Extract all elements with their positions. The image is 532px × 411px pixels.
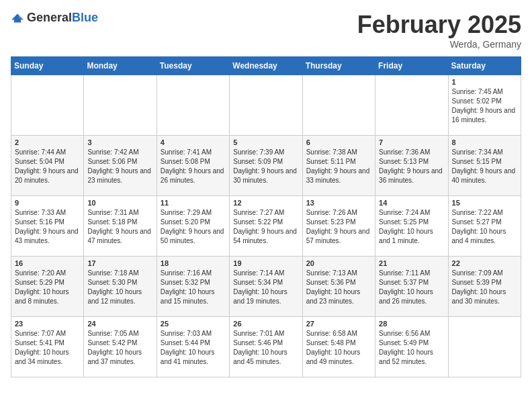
calendar-cell: 5Sunrise: 7:39 AM Sunset: 5:09 PM Daylig…: [230, 136, 302, 196]
column-header-saturday: Saturday: [448, 57, 521, 75]
day-info: Sunrise: 7:24 AM Sunset: 5:25 PM Dayligh…: [379, 208, 444, 246]
calendar-header-row: SundayMondayTuesdayWednesdayThursdayFrid…: [11, 57, 521, 75]
calendar-cell: 22Sunrise: 7:09 AM Sunset: 5:39 PM Dayli…: [448, 257, 521, 317]
calendar-cell: 2Sunrise: 7:44 AM Sunset: 5:04 PM Daylig…: [11, 136, 84, 196]
day-info: Sunrise: 7:03 AM Sunset: 5:44 PM Dayligh…: [161, 329, 226, 367]
calendar-cell: 11Sunrise: 7:29 AM Sunset: 5:20 PM Dayli…: [157, 196, 229, 257]
calendar-cell: 23Sunrise: 7:07 AM Sunset: 5:41 PM Dayli…: [11, 317, 84, 377]
day-number: 9: [15, 199, 80, 207]
calendar-table: SundayMondayTuesdayWednesdayThursdayFrid…: [11, 56, 521, 377]
calendar-cell: 26Sunrise: 7:01 AM Sunset: 5:46 PM Dayli…: [230, 317, 302, 377]
day-info: Sunrise: 7:07 AM Sunset: 5:41 PM Dayligh…: [15, 329, 80, 367]
calendar-cell: 12Sunrise: 7:27 AM Sunset: 5:22 PM Dayli…: [230, 196, 302, 257]
calendar-week-row: 9Sunrise: 7:33 AM Sunset: 5:16 PM Daylig…: [11, 196, 521, 257]
day-number: 13: [306, 199, 371, 207]
day-info: Sunrise: 7:11 AM Sunset: 5:37 PM Dayligh…: [379, 269, 444, 306]
day-info: Sunrise: 7:38 AM Sunset: 5:11 PM Dayligh…: [306, 148, 371, 185]
column-header-thursday: Thursday: [302, 57, 375, 75]
day-info: Sunrise: 7:33 AM Sunset: 5:16 PM Dayligh…: [15, 208, 80, 246]
logo-icon: [11, 11, 24, 25]
logo: GeneralBlue: [11, 11, 98, 25]
title-block: February 2025 Werda, Germany: [357, 11, 521, 50]
calendar-cell: 7Sunrise: 7:36 AM Sunset: 5:13 PM Daylig…: [375, 136, 448, 196]
calendar-cell: [84, 75, 157, 136]
calendar-cell: 24Sunrise: 7:05 AM Sunset: 5:42 PM Dayli…: [84, 317, 157, 377]
day-number: 11: [161, 199, 226, 207]
day-info: Sunrise: 7:27 AM Sunset: 5:22 PM Dayligh…: [233, 208, 298, 246]
calendar-cell: 28Sunrise: 6:56 AM Sunset: 5:49 PM Dayli…: [375, 317, 448, 377]
day-info: Sunrise: 7:34 AM Sunset: 5:15 PM Dayligh…: [452, 148, 517, 185]
calendar-cell: [302, 75, 375, 136]
day-info: Sunrise: 7:41 AM Sunset: 5:08 PM Dayligh…: [161, 148, 226, 185]
day-info: Sunrise: 7:42 AM Sunset: 5:06 PM Dayligh…: [87, 148, 152, 185]
calendar-cell: 15Sunrise: 7:22 AM Sunset: 5:27 PM Dayli…: [448, 196, 521, 257]
day-info: Sunrise: 6:58 AM Sunset: 5:48 PM Dayligh…: [306, 329, 371, 367]
calendar-cell: [448, 317, 521, 377]
calendar-cell: 21Sunrise: 7:11 AM Sunset: 5:37 PM Dayli…: [375, 257, 448, 317]
calendar-cell: 4Sunrise: 7:41 AM Sunset: 5:08 PM Daylig…: [157, 136, 229, 196]
calendar-cell: 18Sunrise: 7:16 AM Sunset: 5:32 PM Dayli…: [157, 257, 229, 317]
day-number: 24: [87, 320, 152, 328]
day-number: 22: [452, 259, 517, 267]
calendar-cell: 6Sunrise: 7:38 AM Sunset: 5:11 PM Daylig…: [302, 136, 375, 196]
day-info: Sunrise: 7:22 AM Sunset: 5:27 PM Dayligh…: [452, 208, 517, 246]
day-info: Sunrise: 7:39 AM Sunset: 5:09 PM Dayligh…: [233, 148, 298, 185]
day-info: Sunrise: 7:01 AM Sunset: 5:46 PM Dayligh…: [233, 329, 298, 367]
calendar-cell: [11, 75, 84, 136]
day-number: 3: [87, 138, 152, 146]
day-number: 21: [379, 259, 444, 267]
calendar-cell: 1Sunrise: 7:45 AM Sunset: 5:02 PM Daylig…: [448, 75, 521, 136]
day-number: 2: [15, 138, 80, 146]
calendar-cell: [157, 75, 229, 136]
day-number: 5: [233, 138, 298, 146]
calendar-cell: 3Sunrise: 7:42 AM Sunset: 5:06 PM Daylig…: [84, 136, 157, 196]
day-info: Sunrise: 6:56 AM Sunset: 5:49 PM Dayligh…: [379, 329, 444, 367]
calendar-week-row: 16Sunrise: 7:20 AM Sunset: 5:29 PM Dayli…: [11, 257, 521, 317]
day-number: 14: [379, 199, 444, 207]
calendar-week-row: 2Sunrise: 7:44 AM Sunset: 5:04 PM Daylig…: [11, 136, 521, 196]
calendar-cell: 16Sunrise: 7:20 AM Sunset: 5:29 PM Dayli…: [11, 257, 84, 317]
day-number: 18: [161, 259, 226, 267]
day-number: 16: [15, 259, 80, 267]
logo-text-blue: Blue: [72, 11, 98, 24]
day-number: 15: [452, 199, 517, 207]
day-number: 12: [233, 199, 298, 207]
calendar-week-row: 1Sunrise: 7:45 AM Sunset: 5:02 PM Daylig…: [11, 75, 521, 136]
calendar-cell: 14Sunrise: 7:24 AM Sunset: 5:25 PM Dayli…: [375, 196, 448, 257]
day-info: Sunrise: 7:31 AM Sunset: 5:18 PM Dayligh…: [87, 208, 152, 246]
day-info: Sunrise: 7:09 AM Sunset: 5:39 PM Dayligh…: [452, 269, 517, 306]
day-info: Sunrise: 7:18 AM Sunset: 5:30 PM Dayligh…: [87, 269, 152, 306]
day-number: 4: [161, 138, 226, 146]
day-number: 27: [306, 320, 371, 328]
day-number: 23: [15, 320, 80, 328]
day-info: Sunrise: 7:45 AM Sunset: 5:02 PM Dayligh…: [452, 87, 517, 125]
column-header-wednesday: Wednesday: [230, 57, 302, 75]
day-info: Sunrise: 7:14 AM Sunset: 5:34 PM Dayligh…: [233, 269, 298, 306]
day-info: Sunrise: 7:44 AM Sunset: 5:04 PM Dayligh…: [15, 148, 80, 185]
calendar-cell: 10Sunrise: 7:31 AM Sunset: 5:18 PM Dayli…: [84, 196, 157, 257]
day-number: 1: [452, 78, 517, 86]
calendar-cell: 8Sunrise: 7:34 AM Sunset: 5:15 PM Daylig…: [448, 136, 521, 196]
calendar-cell: [375, 75, 448, 136]
day-info: Sunrise: 7:20 AM Sunset: 5:29 PM Dayligh…: [15, 269, 80, 306]
calendar-cell: 13Sunrise: 7:26 AM Sunset: 5:23 PM Dayli…: [302, 196, 375, 257]
column-header-monday: Monday: [84, 57, 157, 75]
calendar-cell: 27Sunrise: 6:58 AM Sunset: 5:48 PM Dayli…: [302, 317, 375, 377]
calendar-cell: 9Sunrise: 7:33 AM Sunset: 5:16 PM Daylig…: [11, 196, 84, 257]
day-number: 28: [379, 320, 444, 328]
calendar-cell: 17Sunrise: 7:18 AM Sunset: 5:30 PM Dayli…: [84, 257, 157, 317]
calendar-cell: [230, 75, 302, 136]
page-header: GeneralBlue February 2025 Werda, Germany: [11, 11, 521, 50]
day-number: 20: [306, 259, 371, 267]
day-info: Sunrise: 7:26 AM Sunset: 5:23 PM Dayligh…: [306, 208, 371, 246]
day-info: Sunrise: 7:13 AM Sunset: 5:36 PM Dayligh…: [306, 269, 371, 306]
day-number: 25: [161, 320, 226, 328]
calendar-week-row: 23Sunrise: 7:07 AM Sunset: 5:41 PM Dayli…: [11, 317, 521, 377]
calendar-title: February 2025: [357, 11, 521, 39]
day-number: 26: [233, 320, 298, 328]
calendar-cell: 20Sunrise: 7:13 AM Sunset: 5:36 PM Dayli…: [302, 257, 375, 317]
logo-text-general: General: [27, 11, 72, 24]
column-header-sunday: Sunday: [11, 57, 84, 75]
day-number: 7: [379, 138, 444, 146]
column-header-tuesday: Tuesday: [157, 57, 229, 75]
